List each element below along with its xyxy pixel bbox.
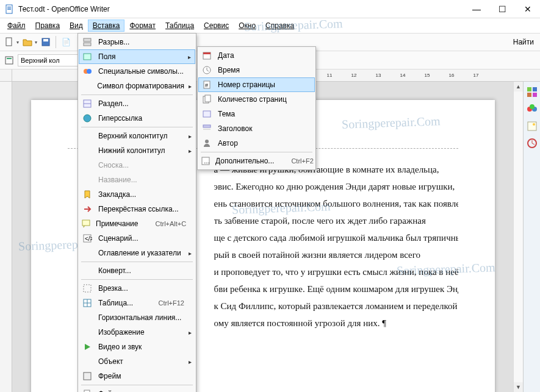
menu-edit[interactable]: Правка	[31, 20, 65, 32]
submenu-arrow-icon: ▸	[189, 133, 192, 140]
insert-menu-item[interactable]: Разрыв...	[79, 35, 195, 49]
pagecount-icon	[201, 94, 213, 105]
fields-submenu-item[interactable]: Количество страниц	[198, 92, 315, 107]
insert-menu-item-label: Символ форматирования	[97, 82, 184, 90]
fields-submenu-item[interactable]: Дата	[198, 48, 315, 63]
insert-menu-item[interactable]: Перекрёстная ссылка...	[79, 202, 195, 216]
menu-table[interactable]: Таблица	[160, 20, 199, 32]
insert-menu-item[interactable]: Гиперссылка	[79, 111, 195, 126]
scroll-track[interactable]	[514, 91, 523, 382]
fields-submenu-item[interactable]: Время	[198, 63, 315, 77]
insert-menu-item-label: Оглавление и указатели	[98, 249, 184, 257]
styles-icon[interactable]	[2, 54, 16, 67]
fields-submenu-item-label: Заголовок	[218, 124, 304, 133]
crossref-icon	[81, 204, 93, 215]
insert-menu-item[interactable]: Объект▸	[79, 354, 195, 369]
text-line[interactable]: ть забвение старой, после чего их ждет л…	[214, 212, 458, 229]
scroll-up-button[interactable]: ▲	[514, 82, 523, 91]
svg-rect-1	[7, 7, 11, 7]
insert-menu-item-label: Раздел...	[98, 99, 184, 108]
insert-menu-item[interactable]: </>Сценарий...	[79, 231, 195, 246]
sidebar-navigator-icon[interactable]	[525, 137, 539, 150]
new-icon[interactable]	[2, 35, 16, 49]
insert-menu-item[interactable]: Раздел...	[79, 96, 195, 111]
fields-submenu-item[interactable]: Тема	[198, 107, 315, 121]
svg-rect-47	[203, 129, 211, 130]
sidebar-gallery-icon[interactable]	[525, 119, 539, 133]
menu-file[interactable]: Файл	[2, 20, 31, 32]
insert-menu-separator	[81, 127, 193, 127]
close-button[interactable]: ✕	[520, 2, 535, 16]
menu-tools[interactable]: Сервис	[199, 20, 234, 32]
pagenum-icon: #	[201, 79, 213, 90]
vertical-scrollbar[interactable]: ▲ ▼	[513, 82, 523, 392]
insert-menu-item[interactable]: ПримечаниеCtrl+Alt+C	[79, 216, 195, 231]
insert-menu-item[interactable]: Конверт...	[79, 263, 195, 278]
author-icon	[201, 138, 213, 149]
fields-submenu-item[interactable]: …Дополнительно...Ctrl+F2	[198, 154, 315, 168]
scroll-down-button[interactable]: ▼	[514, 382, 523, 392]
fields-submenu-item[interactable]: Автор	[198, 136, 315, 151]
text-line[interactable]: ще с детского сада любимой игрушкой маль…	[214, 229, 458, 246]
svg-rect-45	[203, 111, 211, 117]
fields-submenu-item[interactable]: Заголовок	[198, 121, 315, 136]
text-line[interactable]: ень становится источником большого волне…	[214, 195, 458, 212]
insert-menu-item[interactable]: Горизонтальная линия...	[79, 310, 195, 325]
insert-menu-separator	[81, 279, 193, 280]
open-icon[interactable]	[21, 35, 34, 49]
subject-icon	[201, 109, 213, 119]
menu-help[interactable]: Справка	[261, 20, 299, 32]
svg-rect-3	[7, 9, 11, 10]
fields-submenu-dropdown: ДатаВремя#Номер страницыКоличество стран…	[197, 46, 316, 170]
insert-menu-item[interactable]: Файл...	[79, 387, 195, 392]
sidebar-properties-icon[interactable]	[525, 85, 539, 99]
fields-submenu-item[interactable]: #Номер страницы	[198, 77, 315, 92]
insert-menu-item-label: Перекрёстная ссылка...	[98, 205, 184, 213]
vertical-ruler[interactable]	[0, 82, 12, 392]
fields-submenu-item-label: Номер страницы	[218, 80, 304, 89]
insert-menu-item[interactable]: Изображение▸	[79, 325, 195, 340]
insert-menu-separator	[81, 385, 193, 385]
blank-icon	[81, 145, 93, 156]
blank-icon	[81, 80, 92, 91]
blank-icon	[81, 356, 93, 367]
svg-point-15	[530, 104, 535, 109]
find-label[interactable]: Найти	[509, 37, 538, 48]
text-line[interactable]: рый в своей потайной жизни является лиде…	[214, 246, 458, 263]
menu-view[interactable]: Вид	[65, 20, 88, 32]
insert-menu-item[interactable]: Врезка...	[79, 281, 195, 296]
insert-menu-item-label: Видео и звук	[98, 343, 184, 351]
insert-menu-item[interactable]: Нижний колонтитул▸	[79, 143, 195, 158]
minimize-button[interactable]: —	[469, 2, 484, 16]
insert-menu-item[interactable]: Видео и звук	[79, 340, 195, 354]
maximize-button[interactable]: ☐	[495, 2, 509, 16]
text-line[interactable]: бви ребенка к игрушке. Ещё одним кошмаро…	[214, 280, 458, 298]
text-line[interactable]: и проповедует то, что у игрушки есть смы…	[214, 263, 458, 280]
insert-menu-item[interactable]: Верхний колонтитул▸	[79, 129, 195, 143]
sidebar-styles-icon[interactable]	[525, 102, 539, 116]
export-pdf-icon[interactable]: 📄	[59, 35, 73, 49]
insert-menu-item[interactable]: Закладка...	[79, 187, 195, 202]
insert-menu-item[interactable]: Поля▸	[79, 49, 195, 64]
insert-menu-item[interactable]: Оглавление и указатели▸	[79, 246, 195, 260]
insert-menu-item[interactable]: Фрейм	[79, 369, 195, 383]
save-icon[interactable]	[39, 35, 52, 49]
paragraph-style-select[interactable]: Верхний кол	[18, 54, 85, 66]
svg-rect-21	[84, 54, 91, 60]
title-bar: Тест.odt - OpenOffice Writer — ☐ ✕	[0, 0, 540, 18]
insert-menu-item[interactable]: Таблица...Ctrl+F12	[79, 296, 195, 310]
menu-insert[interactable]: Вставка	[88, 20, 125, 32]
text-line[interactable]: эвис. Ежегодно ко дню рождения Энди даря…	[214, 178, 458, 195]
svg-rect-27	[82, 220, 90, 226]
insert-menu-item[interactable]: Специальные символы...	[79, 64, 195, 79]
text-line[interactable]: к Сид Филлипс, который развлекается лома…	[214, 298, 458, 315]
specialchar-icon	[81, 66, 93, 77]
insert-menu-item-label: Сценарий...	[98, 234, 184, 243]
menu-window[interactable]: Окно	[234, 20, 261, 32]
text-line[interactable]: ому является постоянной угрозой для них.…	[214, 315, 458, 332]
frame-icon	[81, 283, 93, 294]
insert-menu-item[interactable]: Символ форматирования▸	[79, 79, 195, 93]
insert-menu-item-label: Фрейм	[98, 372, 184, 380]
insert-menu-item-label: Закладка...	[98, 190, 184, 199]
menu-format[interactable]: Формат	[124, 20, 160, 32]
